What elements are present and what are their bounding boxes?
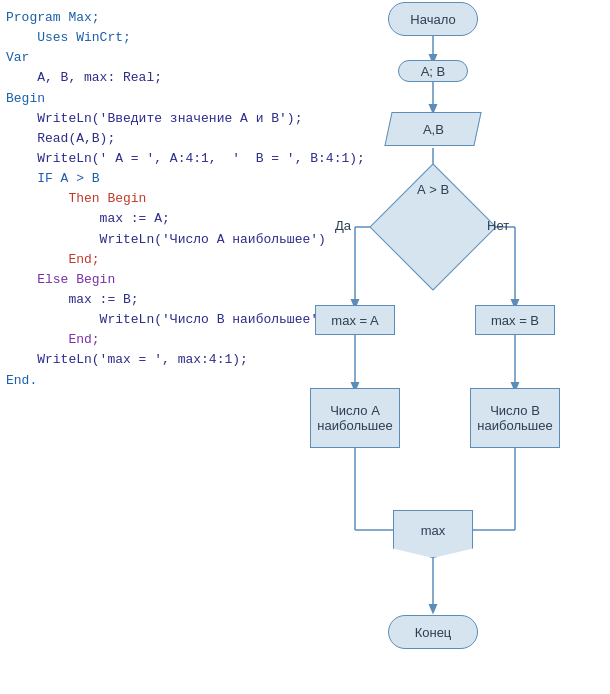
code-line: WriteLn('Введите значение А и В');: [6, 109, 254, 129]
code-line: A, B, max: Real;: [6, 68, 254, 88]
max-a-label: max = A: [331, 313, 378, 328]
code-line: End;: [6, 330, 254, 350]
out-b-label: Число В наибольшее: [477, 403, 552, 433]
start-shape: Начало: [388, 2, 478, 36]
code-line: Program Max;: [6, 8, 254, 28]
out-b-shape: Число В наибольшее: [470, 388, 560, 448]
code-line: IF A > B: [6, 169, 254, 189]
io-shape: А,В: [384, 112, 481, 146]
io-shape-wrap: А,В: [383, 110, 483, 148]
start-label: Начало: [410, 12, 455, 27]
code-line: max := B;: [6, 290, 254, 310]
code-line: WriteLn('max = ', max:4:1);: [6, 350, 254, 370]
code-line: WriteLn(' A = ', A:4:1, ' B = ', B:4:1);: [6, 149, 254, 169]
decision-label: А > В: [388, 182, 478, 197]
flowchart-connectors: [255, 0, 610, 694]
code-line: WriteLn('Число В наибольшее');: [6, 310, 254, 330]
code-line: End.: [6, 371, 254, 391]
decision-wrap: А > В: [388, 182, 478, 272]
io-label: А,В: [423, 122, 444, 137]
max-a-shape: max = A: [315, 305, 395, 335]
end-label: Конец: [415, 625, 452, 640]
out-a-label: Число А наибольшее: [317, 403, 392, 433]
code-line: Read(A,B);: [6, 129, 254, 149]
input-label: А; В: [421, 64, 446, 79]
max-b-label: max = B: [491, 313, 539, 328]
no-label: Нет: [487, 218, 509, 233]
code-panel: Program Max; Uses WinCrt;Var A, B, max: …: [0, 0, 260, 399]
code-line: WriteLn('Число А наибольшее'): [6, 230, 254, 250]
max-label: max: [421, 523, 446, 538]
flowchart-panel: Начало А; В А,В А > В Да Нет max = A max…: [255, 0, 610, 694]
max-b-shape: max = B: [475, 305, 555, 335]
input-shape: А; В: [398, 60, 468, 82]
code-line: Else Begin: [6, 270, 254, 290]
code-line: max := A;: [6, 209, 254, 229]
code-line: Uses WinCrt;: [6, 28, 254, 48]
code-line: Begin: [6, 89, 254, 109]
max-shape: max: [393, 510, 473, 558]
out-a-shape: Число А наибольшее: [310, 388, 400, 448]
code-line: Then Begin: [6, 189, 254, 209]
code-line: End;: [6, 250, 254, 270]
yes-label: Да: [335, 218, 351, 233]
end-shape: Конец: [388, 615, 478, 649]
code-line: Var: [6, 48, 254, 68]
